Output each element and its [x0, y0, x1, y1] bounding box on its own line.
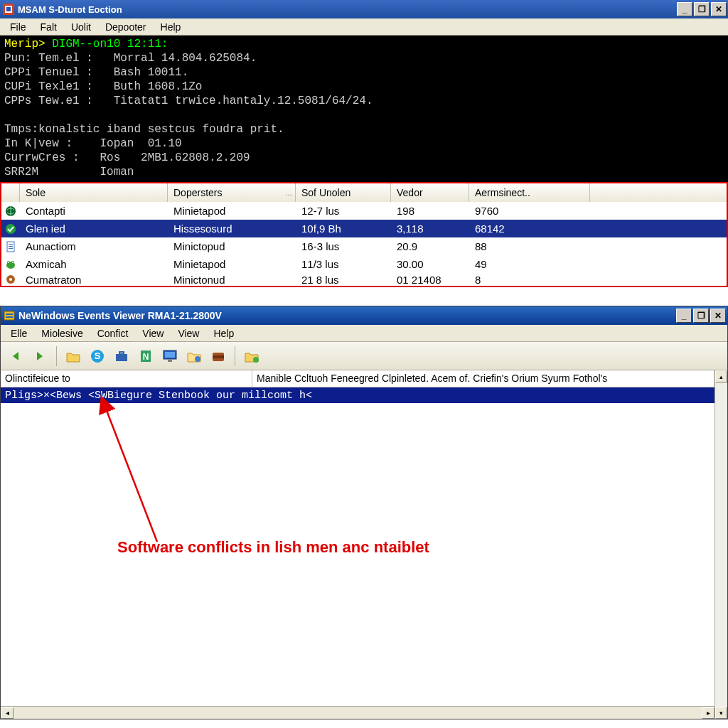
toolbar-events: S N [1, 342, 727, 370]
back-icon[interactable] [5, 346, 26, 367]
events-columns: Olinctifeicue to Manible Ccltuoh Feneegr… [1, 370, 714, 387]
vertical-scrollbar[interactable]: ▴ ▾ [714, 370, 727, 719]
frog-icon [5, 259, 16, 270]
titlebar-top[interactable]: MSAM S-Dturot Eoction _ ❐ ✕ [0, 0, 728, 18]
col-manible[interactable]: Manible Ccltuoh Feneegred Clpinleted. Ac… [252, 370, 714, 387]
svg-rect-27 [168, 360, 172, 362]
horizontal-scrollbar[interactable]: ◂ ▸ [1, 706, 714, 719]
th-sole[interactable]: Sole [20, 183, 168, 202]
menu-view[interactable]: View [135, 326, 171, 341]
console-line: CurrwCres : Ros 2MB1.62808.2.209 [4, 151, 250, 164]
menu-help2[interactable]: Help [206, 326, 241, 341]
svg-point-4 [6, 224, 16, 234]
wallet-icon[interactable] [208, 346, 229, 367]
top-window: MSAM S-Dturot Eoction _ ❐ ✕ File Falt Uo… [0, 0, 728, 287]
scroll-track[interactable] [715, 382, 727, 707]
maximize-button[interactable]: ❐ [694, 2, 710, 16]
data-table: Sole Dopersters… Sof Unolen Vedor Aermsi… [0, 182, 728, 287]
console-prompt: Merip> [4, 38, 46, 50]
close-button[interactable]: ✕ [710, 309, 726, 323]
svg-point-15 [9, 278, 12, 281]
console-line: CUPi Texle1 : Buth 1608.1Zo [4, 80, 202, 93]
table-row[interactable]: Cumatraton Minictonud 21 8 lus 01 21408 … [1, 273, 727, 286]
svg-rect-30 [213, 355, 224, 358]
th-aermsinect[interactable]: Aermsinect.. [469, 183, 590, 202]
events-icon [4, 310, 15, 321]
folder-icon[interactable] [63, 346, 84, 367]
menu-depooter[interactable]: Depooter [98, 20, 154, 34]
titlebar-events[interactable]: NeWindows Events Viewer RMA1-21.2800V _ … [1, 306, 727, 325]
close-button[interactable]: ✕ [711, 2, 727, 16]
doc-icon [5, 241, 16, 252]
table-header: Sole Dopersters… Sof Unolen Vedor Aermsi… [1, 183, 727, 202]
minimize-button[interactable]: _ [676, 309, 692, 323]
skype-icon[interactable]: S [87, 346, 108, 367]
menu-falt[interactable]: Falt [33, 20, 64, 34]
menubar-top[interactable]: File Falt Uolit Depooter Help [0, 18, 728, 36]
events-row-selected[interactable]: Pligs>×<Bews <SWBiegure Stenbook our mil… [1, 387, 714, 403]
menu-view2[interactable]: View [171, 326, 206, 341]
folder3-icon[interactable] [241, 346, 262, 367]
toolbar-separator [235, 346, 235, 366]
svg-point-28 [195, 356, 200, 362]
maximize-button[interactable]: ❐ [693, 309, 709, 323]
th-vedor[interactable]: Vedor [391, 183, 469, 202]
console-line: CPPs Tew.e1 : Titatat1 trwice.hantaly.12… [4, 95, 373, 107]
svg-rect-6 [9, 244, 13, 245]
svg-text:N: N [143, 352, 149, 362]
events-viewer-window: NeWindows Events Viewer RMA1-21.2800V _ … [0, 306, 728, 719]
console-command: DIGM--on10 12:11: [46, 38, 168, 50]
svg-rect-21 [116, 354, 127, 361]
console-line: SRR2M Ioman [4, 166, 134, 178]
menubar-events[interactable]: Elle Miolesive Confict View View Help [1, 325, 727, 342]
svg-rect-22 [119, 352, 124, 354]
scroll-up-button[interactable]: ▴ [715, 370, 727, 382]
table-row[interactable]: Contapti Minietapod 12-7 lus 198 9760 [1, 202, 727, 220]
globe-icon [5, 205, 16, 217]
computer-icon[interactable] [159, 346, 181, 367]
svg-rect-26 [165, 352, 175, 358]
scroll-right-button[interactable]: ▸ [702, 707, 714, 719]
check-icon [5, 223, 16, 235]
svg-rect-17 [6, 314, 13, 315]
titlebar-title: MSAM S-Dturot Eoction [18, 4, 122, 15]
events-body: Software conflicts in lish men anc ntaib… [1, 403, 714, 706]
folder2-icon[interactable] [183, 346, 205, 367]
svg-point-31 [253, 357, 259, 363]
minimize-button[interactable]: _ [677, 2, 692, 16]
menu-molesive[interactable]: Miolesive [34, 326, 90, 341]
window-controls-top: _ ❐ ✕ [675, 2, 727, 16]
col-olinctifeicue[interactable]: Olinctifeicue to [1, 370, 252, 387]
svg-rect-16 [4, 311, 14, 320]
svg-point-13 [12, 262, 14, 263]
app-icon [3, 4, 14, 15]
window-controls-events: _ ❐ ✕ [675, 309, 726, 323]
table-row[interactable]: Glen ied Hissesosurd 10f,9 Bh 3,118 6814… [1, 220, 727, 237]
menu-confict[interactable]: Confict [90, 326, 136, 341]
scroll-left-button[interactable]: ◂ [1, 707, 14, 719]
menu-help[interactable]: Help [154, 20, 188, 34]
console-line: In K|vew : Iopan 01.10 [4, 137, 182, 150]
scroll-down-button[interactable]: ▾ [715, 707, 727, 719]
svg-rect-18 [6, 316, 13, 318]
svg-rect-2 [6, 7, 11, 11]
th-sofunolen[interactable]: Sof Unolen [296, 183, 391, 202]
gear-icon [5, 274, 16, 285]
table-row[interactable]: Aunactiom Minictopud 16-3 lus 20.9 88 [1, 237, 727, 255]
menu-elle[interactable]: Elle [4, 326, 34, 341]
svg-rect-8 [9, 248, 13, 249]
briefcase-icon[interactable] [111, 346, 132, 367]
forward-icon[interactable] [29, 346, 50, 367]
svg-rect-7 [9, 246, 13, 247]
th-dopersters[interactable]: Dopersters… [168, 183, 296, 202]
menu-uolit[interactable]: Uolit [64, 20, 98, 34]
console-line: Tmps:konalstic iband sestcus foudra prit… [4, 123, 284, 136]
table-row[interactable]: Axmicah Minietapod 11/3 lus 30.00 49 [1, 255, 727, 273]
annotation-text: Software conflicts in lish men anc ntaib… [117, 538, 429, 557]
note-icon[interactable]: N [135, 346, 156, 367]
console-output: Merip> DIGM--on10 12:11: Pun: Tem.el : M… [0, 36, 728, 182]
events-title: NeWindows Events Viewer RMA1-21.2800V [18, 310, 222, 321]
th-icon[interactable] [1, 183, 20, 202]
menu-file[interactable]: File [3, 20, 33, 34]
console-line: Pun: Tem.el : Morral 14.804.625084. [4, 52, 257, 65]
